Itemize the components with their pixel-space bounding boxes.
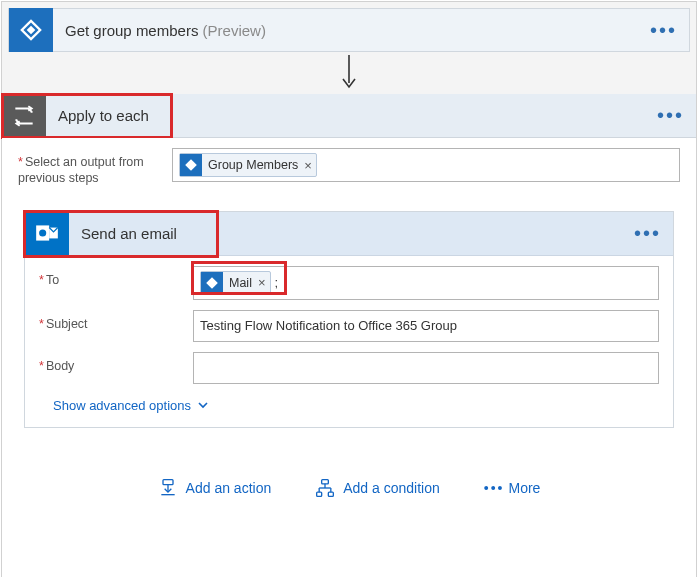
body-input[interactable] bbox=[193, 352, 659, 384]
apply-title: Apply to each bbox=[46, 107, 657, 124]
token-remove-button[interactable]: × bbox=[258, 275, 266, 290]
to-trailing: ; bbox=[275, 275, 279, 290]
token-mail[interactable]: Mail × bbox=[200, 271, 271, 295]
more-link[interactable]: ••• More bbox=[484, 480, 541, 496]
chevron-down-icon bbox=[197, 399, 209, 411]
send-email-title: Send an email bbox=[69, 225, 634, 242]
loop-icon bbox=[2, 94, 46, 138]
token-remove-button[interactable]: × bbox=[304, 158, 312, 173]
footer-actions: Add an action Add a condition ••• More bbox=[18, 428, 680, 518]
token-group-members[interactable]: Group Members × bbox=[179, 153, 317, 177]
add-action-link[interactable]: Add an action bbox=[158, 478, 272, 498]
azure-ad-icon bbox=[201, 272, 223, 294]
more-menu-button[interactable]: ••• bbox=[634, 222, 673, 245]
to-label: *To bbox=[39, 266, 193, 288]
to-input[interactable]: Mail × ; bbox=[193, 266, 659, 300]
token-label: Mail bbox=[229, 276, 252, 290]
more-menu-button[interactable]: ••• bbox=[650, 19, 689, 42]
add-condition-icon bbox=[315, 478, 335, 498]
azure-ad-icon bbox=[180, 154, 202, 176]
step-preview-text: (Preview) bbox=[203, 22, 266, 39]
subject-input[interactable]: Testing Flow Notification to Office 365 … bbox=[193, 310, 659, 342]
svg-marker-8 bbox=[206, 277, 218, 289]
step-send-an-email: Send an email ••• *To Mail × bbox=[24, 211, 674, 428]
add-action-icon bbox=[158, 478, 178, 498]
outlook-icon bbox=[25, 211, 69, 255]
svg-rect-18 bbox=[329, 492, 334, 496]
step-apply-to-each[interactable]: Apply to each ••• bbox=[2, 94, 696, 138]
svg-rect-12 bbox=[322, 479, 329, 483]
connector-arrow bbox=[2, 52, 696, 94]
svg-marker-4 bbox=[185, 159, 197, 171]
step-get-group-members[interactable]: Get group members (Preview) ••• bbox=[8, 8, 690, 52]
step-title: Get group members (Preview) bbox=[53, 22, 650, 39]
body-label: *Body bbox=[39, 352, 193, 374]
svg-rect-9 bbox=[163, 479, 173, 484]
show-advanced-options-link[interactable]: Show advanced options bbox=[39, 394, 659, 413]
add-condition-link[interactable]: Add a condition bbox=[315, 478, 440, 498]
token-label: Group Members bbox=[208, 158, 298, 172]
subject-label: *Subject bbox=[39, 310, 193, 332]
more-menu-button[interactable]: ••• bbox=[657, 104, 696, 127]
select-output-input[interactable]: Group Members × bbox=[172, 148, 680, 182]
svg-rect-17 bbox=[317, 492, 322, 496]
step-title-text: Get group members bbox=[65, 22, 198, 39]
select-output-label: *Select an output from previous steps bbox=[18, 148, 172, 187]
send-email-header[interactable]: Send an email ••• bbox=[25, 212, 673, 256]
azure-ad-icon bbox=[9, 8, 53, 52]
subject-value: Testing Flow Notification to Office 365 … bbox=[200, 318, 457, 333]
svg-point-6 bbox=[39, 229, 46, 236]
